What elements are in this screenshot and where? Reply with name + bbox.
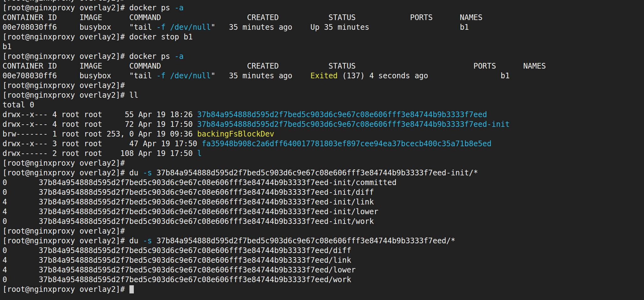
terminal-text-segment: 4 37b84a954888d595d2f7bed5c903d6c9e67c08… bbox=[3, 207, 378, 216]
terminal-screen[interactable]: [root@nginxproxy overlay2]#[root@nginxpr… bbox=[0, 0, 644, 300]
terminal-text-segment: [root@nginxproxy overlay2]# bbox=[3, 159, 125, 168]
terminal-line: 4 37b84a954888d595d2f7bed5c903d6c9e67c08… bbox=[3, 265, 546, 275]
terminal-text-segment: Exited bbox=[311, 71, 338, 80]
terminal-line: [root@nginxproxy overlay2]# bbox=[3, 81, 546, 91]
terminal-line: 00e708030ff6 busybox "tail -f /dev/null"… bbox=[3, 71, 546, 81]
terminal-text-segment: CONTAINER ID IMAGE COMMAND CREATED STATU… bbox=[3, 62, 546, 70]
terminal-line: [root@nginxproxy overlay2]# bbox=[3, 0, 546, 3]
terminal-line: total 0 bbox=[3, 100, 546, 110]
terminal-line: 4 37b84a954888d595d2f7bed5c903d6c9e67c08… bbox=[3, 197, 546, 207]
terminal-line: 4 37b84a954888d595d2f7bed5c903d6c9e67c08… bbox=[3, 207, 546, 217]
terminal-text-segment: -f /dev/null bbox=[156, 71, 211, 80]
terminal-line: brw------- 1 root root 253, 0 Apr 19 09:… bbox=[3, 129, 546, 139]
terminal-text-segment: -a bbox=[175, 52, 184, 61]
terminal-text-segment: [root@nginxproxy overlay2]# docker stop … bbox=[3, 33, 193, 41]
terminal-text-segment: [root@nginxproxy overlay2]# bbox=[3, 81, 125, 90]
terminal-text-segment: 37b84a954888d595d2f7bed5c903d6c9e67c08e6… bbox=[152, 168, 478, 177]
terminal-text-segment: 0 37b84a954888d595d2f7bed5c903d6c9e67c08… bbox=[3, 178, 396, 187]
terminal-text-segment: [root@nginxproxy overlay2]# du bbox=[3, 168, 143, 177]
terminal-line: [root@nginxproxy overlay2]# docker ps -a bbox=[3, 3, 546, 13]
terminal-text-segment: 37b84a954888d595d2f7bed5c903d6c9e67c08e6… bbox=[197, 110, 487, 119]
terminal-line: [root@nginxproxy overlay2]# docker stop … bbox=[3, 32, 546, 42]
terminal-line: [root@nginxproxy overlay2]# du -s 37b84a… bbox=[3, 236, 546, 246]
terminal-line: drwx------ 2 root root 108 Apr 19 17:50 … bbox=[3, 149, 546, 158]
terminal-line: drwx--x--- 3 root root 47 Apr 19 17:50 f… bbox=[3, 139, 546, 149]
terminal-text-segment: 37b84a954888d595d2f7bed5c903d6c9e67c08e6… bbox=[197, 120, 510, 129]
terminal-line: 0 37b84a954888d595d2f7bed5c903d6c9e67c08… bbox=[3, 188, 546, 197]
terminal-line: [root@nginxproxy overlay2]# bbox=[3, 158, 546, 168]
terminal-text-segment: [root@nginxproxy overlay2]# docker ps bbox=[3, 3, 175, 12]
terminal-text-segment: 00e708030ff6 busybox "tail bbox=[3, 71, 156, 80]
terminal-text-segment: 4 37b84a954888d595d2f7bed5c903d6c9e67c08… bbox=[3, 266, 356, 274]
terminal-text-segment: (137) 4 seconds ago b1 bbox=[338, 71, 510, 80]
terminal-line: b1 bbox=[3, 42, 546, 52]
terminal-text-segment: " 35 minutes ago Up 35 minutes b1 bbox=[211, 23, 469, 32]
terminal-line: drwx--x--- 4 root root 72 Apr 19 17:50 3… bbox=[3, 120, 546, 129]
terminal-line: [root@nginxproxy overlay2]# docker ps -a bbox=[3, 52, 546, 61]
terminal-text-segment: [root@nginxproxy overlay2]# bbox=[3, 0, 125, 3]
terminal-text-segment: -s bbox=[143, 168, 152, 177]
terminal-line: 0 37b84a954888d595d2f7bed5c903d6c9e67c08… bbox=[3, 178, 546, 188]
terminal-line: [root@nginxproxy overlay2]# bbox=[3, 226, 546, 236]
terminal-text-segment: 0 37b84a954888d595d2f7bed5c903d6c9e67c08… bbox=[3, 188, 374, 197]
terminal-text-segment: 4 37b84a954888d595d2f7bed5c903d6c9e67c08… bbox=[3, 256, 351, 265]
terminal-text-segment: -f /dev/null bbox=[156, 23, 211, 32]
terminal-text-segment: " 35 minutes ago bbox=[211, 71, 311, 80]
terminal-text-segment: brw------- 1 root root 253, 0 Apr 19 09:… bbox=[3, 130, 197, 138]
terminal-text-segment: 00e708030ff6 busybox "tail bbox=[3, 23, 156, 32]
terminal-text-segment: b1 bbox=[3, 42, 12, 51]
terminal-text-segment: l bbox=[197, 149, 202, 158]
terminal-text-segment: drwx--x--- 4 root root 72 Apr 19 17:50 bbox=[3, 120, 197, 129]
terminal-line: 0 37b84a954888d595d2f7bed5c903d6c9e67c08… bbox=[3, 246, 546, 256]
terminal-text-segment: 0 37b84a954888d595d2f7bed5c903d6c9e67c08… bbox=[3, 217, 374, 226]
terminal-text-segment: drwx------ 2 root root 108 Apr 19 17:50 bbox=[3, 149, 197, 158]
terminal-text-segment: -s bbox=[143, 236, 152, 245]
terminal-line: [root@nginxproxy overlay2]# bbox=[3, 285, 546, 294]
terminal-line: 4 37b84a954888d595d2f7bed5c903d6c9e67c08… bbox=[3, 256, 546, 265]
terminal-text-segment: -a bbox=[175, 3, 184, 12]
terminal-text-segment: drwx--x--- 4 root root 55 Apr 19 18:26 bbox=[3, 110, 197, 119]
terminal-line: [root@nginxproxy overlay2]# ll bbox=[3, 91, 546, 100]
terminal-text-segment: drwx--x--- 3 root root 47 Apr 19 17:50 bbox=[3, 139, 202, 148]
terminal-line: drwx--x--- 4 root root 55 Apr 19 18:26 3… bbox=[3, 110, 546, 120]
terminal-text-segment: total 0 bbox=[3, 101, 34, 109]
terminal-text-segment: 0 37b84a954888d595d2f7bed5c903d6c9e67c08… bbox=[3, 275, 351, 284]
terminal-text-segment: [root@nginxproxy overlay2]# bbox=[3, 285, 129, 294]
terminal-text-segment: 37b84a954888d595d2f7bed5c903d6c9e67c08e6… bbox=[152, 236, 455, 245]
terminal-text-segment: fa35948b908c2a6dff640017781803ef897cee94… bbox=[202, 139, 492, 148]
terminal-text-segment: [root@nginxproxy overlay2]# docker ps bbox=[3, 52, 175, 61]
terminal-cursor bbox=[129, 285, 134, 293]
terminal-text-segment: [root@nginxproxy overlay2]# ll bbox=[3, 91, 138, 100]
terminal-line: 0 37b84a954888d595d2f7bed5c903d6c9e67c08… bbox=[3, 217, 546, 226]
terminal-line: CONTAINER ID IMAGE COMMAND CREATED STATU… bbox=[3, 13, 546, 23]
terminal-text-segment: [root@nginxproxy overlay2]# bbox=[3, 227, 125, 235]
terminal-text-segment: 4 37b84a954888d595d2f7bed5c903d6c9e67c08… bbox=[3, 198, 374, 206]
terminal-line: CONTAINER ID IMAGE COMMAND CREATED STATU… bbox=[3, 61, 546, 71]
terminal-text-segment: backingFsBlockDev bbox=[197, 130, 274, 138]
terminal-text-segment: [root@nginxproxy overlay2]# du bbox=[3, 236, 143, 245]
terminal-line: 0 37b84a954888d595d2f7bed5c903d6c9e67c08… bbox=[3, 275, 546, 285]
terminal-output: [root@nginxproxy overlay2]#[root@nginxpr… bbox=[3, 0, 546, 294]
terminal-line: [root@nginxproxy overlay2]# du -s 37b84a… bbox=[3, 168, 546, 178]
terminal-text-segment: 0 37b84a954888d595d2f7bed5c903d6c9e67c08… bbox=[3, 246, 351, 255]
terminal-text-segment: CONTAINER ID IMAGE COMMAND CREATED STATU… bbox=[3, 13, 483, 22]
terminal-line: 00e708030ff6 busybox "tail -f /dev/null"… bbox=[3, 23, 546, 32]
